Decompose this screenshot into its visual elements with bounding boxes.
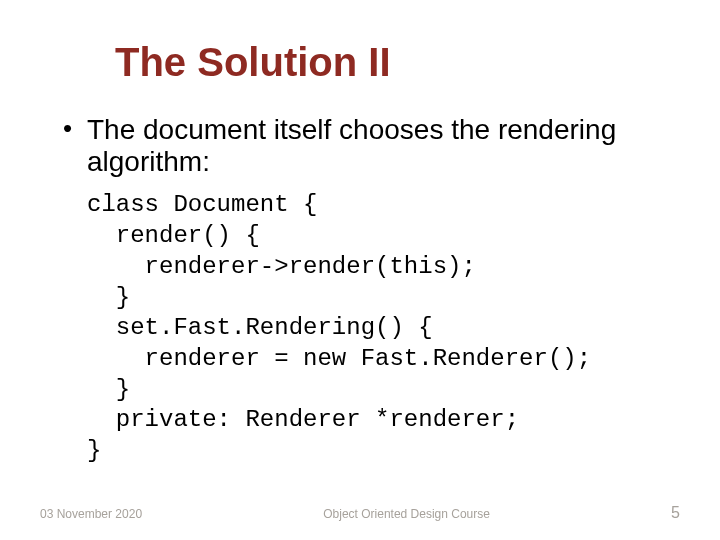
footer-page-number: 5 [671, 504, 680, 522]
footer-course: Object Oriented Design Course [142, 507, 671, 521]
bullet-text: The document itself chooses the renderin… [87, 114, 616, 177]
slide-footer: 03 November 2020 Object Oriented Design … [0, 504, 720, 522]
bullet-list: The document itself chooses the renderin… [55, 114, 665, 178]
bullet-item: The document itself chooses the renderin… [63, 114, 665, 178]
footer-date: 03 November 2020 [40, 507, 142, 521]
slide: The Solution II The document itself choo… [0, 0, 720, 540]
code-block: class Document { render() { renderer->re… [87, 190, 665, 466]
slide-title: The Solution II [115, 40, 665, 84]
